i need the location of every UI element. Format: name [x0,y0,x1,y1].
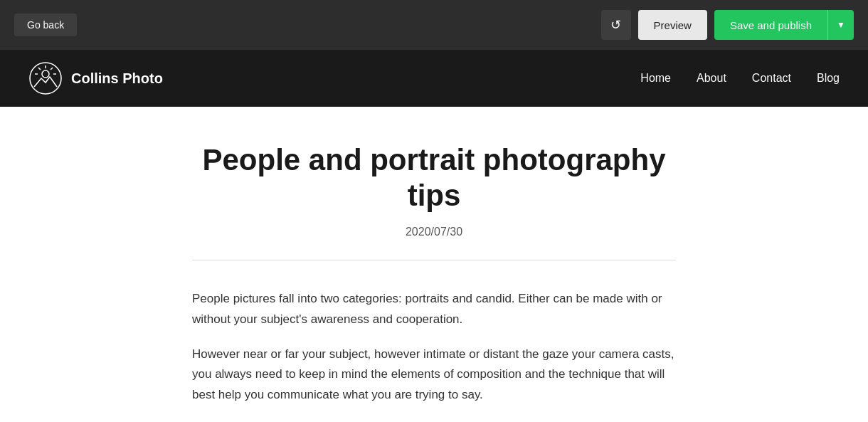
site-navigation: Collins Photo Home About Contact Blog [0,50,868,107]
nav-item-about[interactable]: About [697,72,726,85]
history-icon: ↺ [610,17,621,33]
article-paragraph-2: However near or far your subject, howeve… [192,344,676,406]
save-publish-button[interactable]: Save and publish [714,10,828,40]
site-logo[interactable]: Collins Photo [28,61,163,95]
article-paragraph-1: People pictures fall into two categories… [192,289,676,330]
svg-line-3 [51,68,53,70]
svg-line-5 [38,68,41,70]
toolbar-left: Go back [14,14,77,36]
toolbar: Go back ↺ Preview Save and publish ▼ [0,0,868,50]
toolbar-right: ↺ Preview Save and publish ▼ [601,10,854,40]
main-content: People and portrait photography tips 202… [0,107,868,422]
preview-button[interactable]: Preview [638,10,707,40]
nav-item-home[interactable]: Home [640,72,671,85]
go-back-button[interactable]: Go back [14,14,77,36]
article-body: People pictures fall into two categories… [192,289,676,406]
logo-icon [28,61,63,95]
chevron-down-icon: ▼ [837,20,845,30]
save-publish-wrapper: Save and publish ▼ [714,10,854,40]
article-divider [192,260,676,260]
site-menu: Home About Contact Blog [640,72,840,85]
nav-item-contact[interactable]: Contact [752,72,791,85]
save-publish-dropdown-button[interactable]: ▼ [828,10,854,40]
svg-point-1 [42,70,49,78]
nav-item-blog[interactable]: Blog [817,72,840,85]
history-button[interactable]: ↺ [601,10,631,40]
article-date: 2020/07/30 [192,226,676,238]
site-logo-text: Collins Photo [71,70,163,87]
article-container: People and portrait photography tips 202… [192,142,676,406]
article-title: People and portrait photography tips [192,142,676,214]
